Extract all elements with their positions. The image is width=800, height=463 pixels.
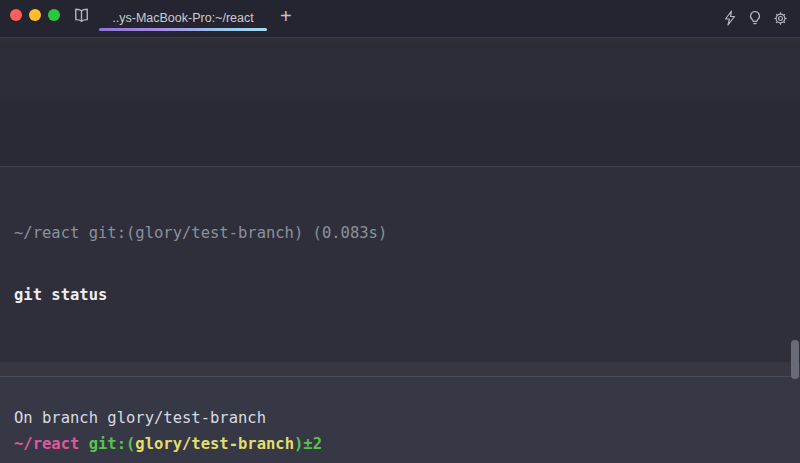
open-book-icon <box>73 8 90 23</box>
minimize-button[interactable] <box>29 9 41 21</box>
gear-icon <box>773 11 788 26</box>
scrollbar-thumb[interactable] <box>791 340 799 379</box>
window-controls <box>10 9 60 21</box>
zoom-button[interactable] <box>48 9 60 21</box>
terminal-window: ..ys-MacBook-Pro:~/react + <box>0 0 800 463</box>
cleared-scrollback-area <box>0 38 800 166</box>
block-separator <box>0 362 800 377</box>
terminal-tab[interactable]: ..ys-MacBook-Pro:~/react <box>99 7 267 28</box>
lightning-icon <box>723 10 737 26</box>
new-tab-button[interactable]: + <box>280 6 292 26</box>
workflows-button[interactable] <box>723 10 737 26</box>
close-button[interactable] <box>10 9 22 21</box>
lightbulb-icon <box>748 10 762 26</box>
prompt-meta-line: ~/react git:(glory/test-branch) (0.083s) <box>14 223 786 244</box>
command-line: git status <box>14 285 786 306</box>
tab-title: ..ys-MacBook-Pro:~/react <box>112 11 253 25</box>
tips-button[interactable] <box>748 10 762 26</box>
bookmarks-button[interactable] <box>73 8 90 23</box>
completed-command-block: ~/react git:(glory/test-branch) (0.083s)… <box>0 166 800 377</box>
settings-button[interactable] <box>773 11 788 26</box>
output-line: On branch glory/test-branch <box>14 408 786 429</box>
terminal-content: ~/react git:(glory/test-branch) (0.083s)… <box>0 38 800 463</box>
titlebar: ..ys-MacBook-Pro:~/react + <box>0 0 800 38</box>
titlebar-actions <box>723 10 788 26</box>
tab-active-indicator <box>99 28 267 31</box>
